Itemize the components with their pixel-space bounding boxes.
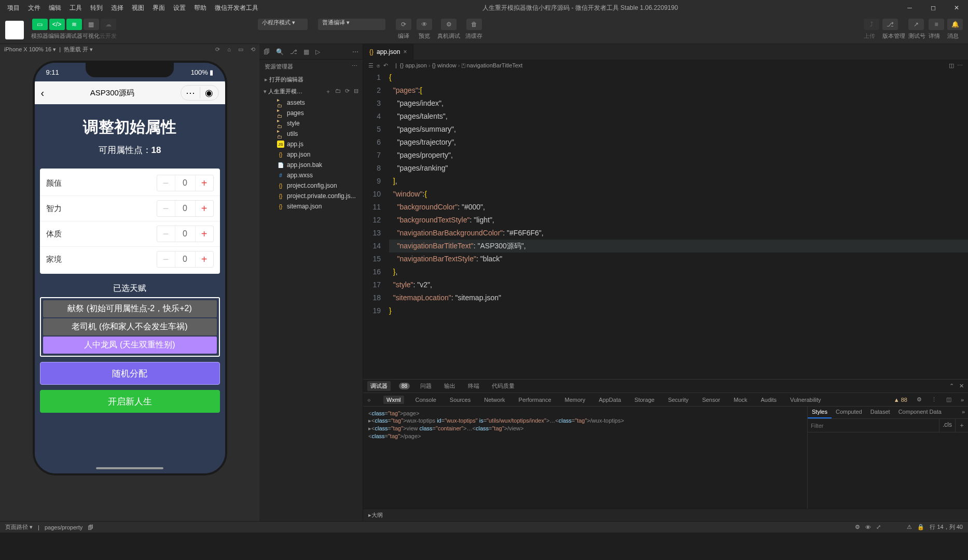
- clearcache-button[interactable]: 🗑: [466, 19, 482, 30]
- inspector-tab[interactable]: Vulnerability: [788, 397, 823, 403]
- expand-icon[interactable]: ⤢: [876, 524, 881, 530]
- outline-bar[interactable]: ▸ 大纲: [363, 509, 968, 521]
- kebab-icon[interactable]: ⋮: [931, 396, 937, 403]
- inspector-tab[interactable]: Sources: [448, 397, 473, 403]
- inspector-tab[interactable]: Mock: [731, 397, 749, 403]
- devtools-tab[interactable]: 代码质量: [490, 382, 517, 390]
- minus-button[interactable]: −: [157, 228, 175, 240]
- version-button[interactable]: ⎇: [882, 19, 898, 30]
- menu-视图[interactable]: 视图: [128, 1, 148, 16]
- testid-button[interactable]: ↗: [908, 19, 924, 30]
- detail-button[interactable]: ≡: [929, 19, 944, 30]
- breadcrumb-seg[interactable]: ⍞ navigationBarTitleText: [462, 62, 523, 68]
- minus-button[interactable]: −: [157, 203, 175, 215]
- tab-app-json[interactable]: {} app.json ×: [363, 44, 413, 60]
- random-button[interactable]: 随机分配: [40, 362, 220, 385]
- menu-项目[interactable]: 项目: [3, 1, 24, 16]
- rotate-icon[interactable]: ⟲: [251, 46, 255, 53]
- styles-tab[interactable]: Computed: [832, 407, 866, 418]
- compile-select[interactable]: 普通编译 ▾: [318, 19, 385, 30]
- menu-工具[interactable]: 工具: [65, 1, 86, 16]
- devtools-tab[interactable]: 调试器: [367, 381, 391, 391]
- styles-tab[interactable]: Component Data: [894, 407, 946, 418]
- list-icon[interactable]: ☰: [368, 62, 374, 69]
- dom-tree[interactable]: <class="tag">page> ▸<class="tag">wux-top…: [363, 407, 807, 509]
- close-circle-icon[interactable]: ◉: [200, 87, 218, 99]
- tree-item[interactable]: {}sitemap.json: [259, 201, 363, 212]
- menu-文件[interactable]: 文件: [24, 1, 45, 16]
- devtools-close-icon[interactable]: ✕: [959, 383, 964, 389]
- menu-设置[interactable]: 设置: [169, 1, 190, 16]
- preview-button[interactable]: 👁: [417, 19, 432, 30]
- copy-path-icon[interactable]: 🗐: [88, 524, 93, 530]
- menu-编辑[interactable]: 编辑: [45, 1, 65, 16]
- code-editor[interactable]: 12345678910111213141516171819 { "pages":…: [363, 71, 968, 379]
- tree-item[interactable]: 📄app.json.bak: [259, 160, 363, 170]
- styles-tab[interactable]: Dataset: [866, 407, 894, 418]
- minus-button[interactable]: −: [157, 177, 175, 189]
- compile-button[interactable]: ⟳: [396, 19, 411, 30]
- minimize-button[interactable]: ─: [898, 0, 921, 16]
- styles-tab[interactable]: Styles: [808, 407, 832, 418]
- realdebug-button[interactable]: ⚙: [441, 19, 457, 30]
- new-file-icon[interactable]: ＋: [325, 88, 331, 95]
- menu-界面[interactable]: 界面: [148, 1, 169, 16]
- simulator-toggle[interactable]: ▭: [32, 19, 48, 30]
- menu-选择[interactable]: 选择: [107, 1, 128, 16]
- open-editors-section[interactable]: 打开的编辑器: [259, 74, 363, 86]
- tree-item[interactable]: ▸ 🗀utils: [259, 129, 363, 139]
- tree-item[interactable]: {}project.config.json: [259, 180, 363, 191]
- more-editor-icon[interactable]: ⋯: [957, 62, 963, 69]
- run-icon[interactable]: ▷: [315, 48, 320, 55]
- lock-status-icon[interactable]: 🔒: [917, 524, 924, 530]
- attr-value-input[interactable]: [175, 226, 196, 242]
- plus-button[interactable]: +: [196, 254, 213, 265]
- new-folder-icon[interactable]: 🗀: [335, 88, 341, 95]
- plus-button[interactable]: +: [196, 177, 213, 189]
- minus-button[interactable]: −: [157, 254, 175, 265]
- inspector-tab[interactable]: Audits: [759, 397, 779, 403]
- inspector-tab[interactable]: Storage: [632, 397, 657, 403]
- inspector-tab[interactable]: Console: [413, 397, 438, 403]
- eye-icon[interactable]: 👁: [865, 524, 871, 530]
- project-root[interactable]: 人生重开模…: [264, 88, 302, 95]
- bookmark-icon[interactable]: ⍟: [377, 62, 380, 68]
- search-icon[interactable]: 🔍: [276, 48, 284, 55]
- ext-icon[interactable]: ▦: [303, 48, 309, 55]
- add-style-icon[interactable]: ＋: [955, 419, 968, 432]
- devtools-tab[interactable]: 终端: [466, 382, 481, 390]
- inspector-tab[interactable]: Security: [666, 397, 691, 403]
- device-select[interactable]: iPhone X 100% 16: [4, 46, 51, 52]
- tree-item[interactable]: {}app.json: [259, 149, 363, 160]
- explorer-more-icon[interactable]: ⋯: [352, 63, 357, 71]
- tree-item[interactable]: JSapp.js: [259, 139, 363, 149]
- inspector-tab[interactable]: Sensor: [700, 397, 722, 403]
- home-icon[interactable]: ⌂: [227, 46, 231, 53]
- breadcrumb-seg[interactable]: {} window: [432, 62, 457, 68]
- talent-item[interactable]: 人中龙凤 (天生双重性别): [43, 337, 217, 354]
- styles-more-icon[interactable]: »: [959, 407, 968, 418]
- debugger-toggle[interactable]: ≋: [66, 19, 82, 30]
- tab-close-icon[interactable]: ×: [403, 48, 407, 55]
- back-icon[interactable]: ‹: [41, 87, 45, 99]
- popout-icon[interactable]: ▭: [238, 46, 243, 53]
- visual-toggle[interactable]: ▦: [84, 19, 99, 30]
- refresh-tree-icon[interactable]: ⟳: [345, 88, 350, 95]
- tree-item[interactable]: ▸ 🗀pages: [259, 108, 363, 118]
- warning-count[interactable]: ▲ 88: [894, 397, 907, 403]
- settings-icon[interactable]: ⚙: [917, 396, 922, 403]
- inspector-tab[interactable]: Performance: [517, 397, 554, 403]
- close-button[interactable]: ✕: [945, 0, 968, 16]
- menu-微信开发者工具[interactable]: 微信开发者工具: [211, 1, 262, 16]
- refresh-icon[interactable]: ⟳: [215, 46, 220, 53]
- inspector-tab[interactable]: Network: [482, 397, 507, 403]
- split-icon[interactable]: ◫: [949, 62, 954, 69]
- tree-item[interactable]: ▸ 🗀style: [259, 118, 363, 129]
- scm-icon[interactable]: ⎇: [290, 48, 297, 55]
- inspect-icon[interactable]: ⟐: [367, 397, 371, 403]
- plus-button[interactable]: +: [196, 228, 213, 240]
- menu-dots-icon[interactable]: ⋯: [181, 87, 200, 99]
- start-button[interactable]: 开启新人生: [40, 390, 220, 413]
- breadcrumb-seg[interactable]: {} app.json: [400, 62, 427, 68]
- history-icon[interactable]: ↶: [383, 62, 388, 69]
